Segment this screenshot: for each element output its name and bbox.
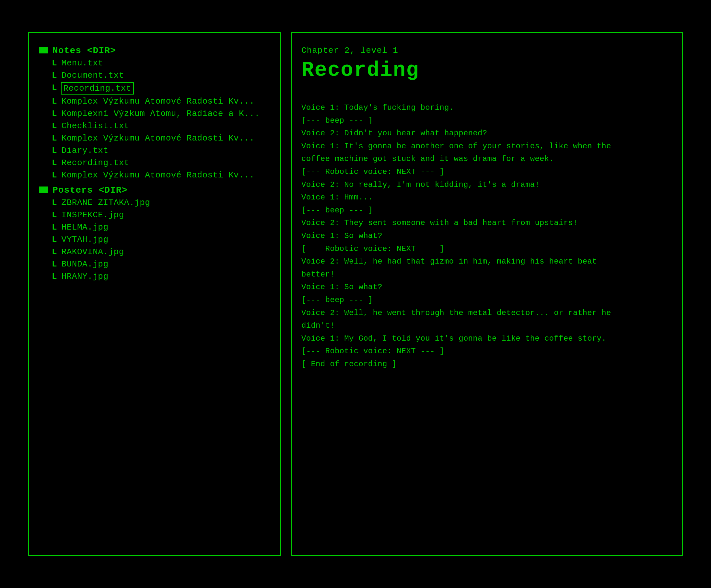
content-line-13: Voice 2: Well, he had that gizmo in him,… [301,257,597,266]
file-helma[interactable]: L HELMA.jpg [52,222,270,232]
posters-dir-section: Posters <DIR> L ZBRANE ZITAKA.jpg L INSP… [39,185,270,281]
file-vytah[interactable]: L VYTAH.jpg [52,235,270,245]
content-line-1: Voice 1: Today's fucking boring. [301,103,454,112]
content-line-4: Voice 1: It's gonna be another one of yo… [301,142,611,151]
content-line-3: Voice 2: Didn't you hear what happened? [301,129,487,138]
content-line-10: Voice 2: They sent someone with a bad he… [301,219,578,227]
document-content: Voice 1: Today's fucking boring. [--- be… [301,101,672,370]
file-rakovina[interactable]: L RAKOVINA.jpg [52,247,270,257]
content-line-7: Voice 2: No really, I'm not kidding, it'… [301,180,540,189]
content-line-9: [--- beep --- ] [301,206,373,215]
content-line-16: [--- beep --- ] [301,296,373,304]
file-name-diary: Diary.txt [62,146,109,155]
content-line-17: Voice 2: Well, he went through the metal… [301,309,611,317]
file-name-menu: Menu.txt [62,58,103,68]
file-branch-icon: L [52,133,57,143]
chapter-label: Chapter 2, level 1 [301,46,672,55]
notes-dir-label: Notes <DIR> [52,46,116,56]
file-komplex1[interactable]: L Komplex Výzkumu Atomové Radosti Kv... [52,96,270,106]
file-branch-icon: L [52,170,57,180]
file-checklist[interactable]: L Checklist.txt [52,121,270,131]
left-panel: Notes <DIR> L Menu.txt L Document.txt L … [28,32,281,556]
file-bunda[interactable]: L BUNDA.jpg [52,259,270,269]
file-branch-icon: L [52,259,57,269]
file-name-hrany: HRANY.jpg [62,272,109,281]
file-branch-icon: L [52,58,57,68]
file-branch-icon: L [52,96,57,106]
content-line-15: Voice 1: So what? [301,283,382,291]
file-name-vytah: VYTAH.jpg [62,235,109,245]
file-recording-txt-selected[interactable]: L Recording.txt [52,83,270,94]
file-branch-icon: L [52,198,57,207]
file-name-document: Document.txt [62,71,124,80]
content-line-19: Voice 1: My God, I told you it's gonna b… [301,334,606,343]
content-line-12: [--- Robotic voice: NEXT --- ] [301,245,444,253]
file-branch-icon: L [52,158,57,168]
file-name-inspekce: INSPEKCE.jpg [62,210,124,220]
file-hrany[interactable]: L HRANY.jpg [52,272,270,281]
file-komplex2[interactable]: L Komplex Výzkumu Atomové Radosti Kv... [52,133,270,143]
file-menu-txt[interactable]: L Menu.txt [52,58,270,68]
file-name-checklist: Checklist.txt [62,121,129,131]
file-komplexni[interactable]: L Komplexní Výzkum Atomu, Radiace a K... [52,109,270,118]
file-branch-icon: L [52,83,57,93]
content-line-18: didn't! [301,321,335,330]
document-title: Recording [301,59,672,82]
notes-dir-icon [39,47,48,53]
file-diary[interactable]: L Diary.txt [52,146,270,155]
file-branch-icon: L [52,272,57,281]
content-line-21: [ End of recording ] [301,360,397,368]
file-komplex3[interactable]: L Komplex Výzkumu Atomové Radosti Kv... [52,170,270,180]
content-line-8: Voice 1: Hmm... [301,193,373,202]
file-inspekce[interactable]: L INSPEKCE.jpg [52,210,270,220]
content-line-20: [--- Robotic voice: NEXT --- ] [301,347,444,356]
file-branch-icon: L [52,71,57,80]
content-line-14: better! [301,270,335,279]
file-name-recording-selected: Recording.txt [62,83,133,94]
posters-dir-entry: Posters <DIR> [39,185,270,195]
posters-dir-icon [39,186,48,193]
file-name-komplex1: Komplex Výzkumu Atomové Radosti Kv... [62,96,255,106]
file-name-zbrane: ZBRANE ZITAKA.jpg [62,198,150,207]
file-branch-icon: L [52,235,57,245]
content-line-5: coffee machine got stuck and it was dram… [301,155,554,163]
file-branch-icon: L [52,247,57,257]
file-name-helma: HELMA.jpg [62,222,109,232]
file-branch-icon: L [52,146,57,155]
file-branch-icon: L [52,222,57,232]
screen-container: Notes <DIR> L Menu.txt L Document.txt L … [15,19,696,569]
file-name-komplex2: Komplex Výzkumu Atomové Radosti Kv... [62,133,255,143]
posters-dir-label: Posters <DIR> [52,185,127,195]
file-name-komplex3: Komplex Výzkumu Atomové Radosti Kv... [62,170,255,180]
file-zbrane[interactable]: L ZBRANE ZITAKA.jpg [52,198,270,207]
file-name-komplexni: Komplexní Výzkum Atomu, Radiace a K... [62,109,260,118]
notes-dir-entry: Notes <DIR> [39,46,270,56]
file-name-bunda: BUNDA.jpg [62,259,109,269]
file-document-txt[interactable]: L Document.txt [52,71,270,80]
content-line-11: Voice 1: So what? [301,231,382,240]
file-branch-icon: L [52,109,57,118]
notes-dir-section: Notes <DIR> L Menu.txt L Document.txt L … [39,46,270,180]
content-line-6: [--- Robotic voice: NEXT --- ] [301,167,444,176]
file-branch-icon: L [52,121,57,131]
file-branch-icon: L [52,210,57,220]
file-name-recording2: Recording.txt [62,158,129,168]
file-recording-txt2[interactable]: L Recording.txt [52,158,270,168]
right-panel: Chapter 2, level 1 Recording Voice 1: To… [291,32,683,556]
content-line-2: [--- beep --- ] [301,116,373,125]
file-name-rakovina: RAKOVINA.jpg [62,247,124,257]
